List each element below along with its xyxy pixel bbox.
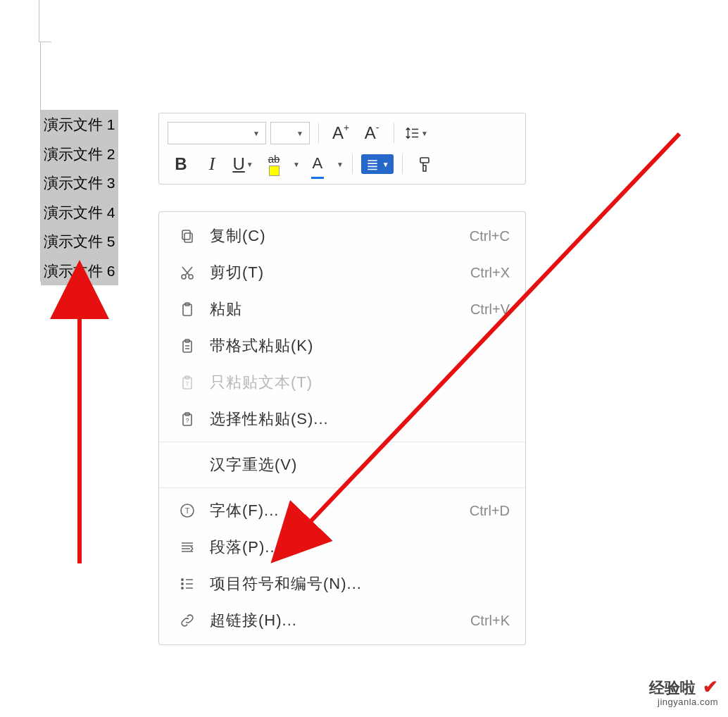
- increase-font-button[interactable]: A+: [327, 120, 354, 146]
- link-icon: [175, 612, 200, 629]
- paste-format-icon: [175, 337, 200, 354]
- font-color-swatch: [311, 177, 324, 179]
- font-color-button[interactable]: A: [304, 151, 331, 177]
- underline-icon: U: [232, 154, 244, 174]
- doc-line[interactable]: 演示文件 5: [41, 227, 118, 256]
- toolbar-separator: [394, 123, 394, 143]
- highlight-icon: ab: [268, 153, 280, 165]
- decrease-font-button[interactable]: A-: [358, 120, 385, 146]
- svg-rect-0: [420, 158, 429, 163]
- font-name-select[interactable]: ▼: [168, 122, 266, 144]
- menu-label: 带格式粘贴(K): [200, 335, 510, 356]
- menu-copy[interactable]: 复制(C) Ctrl+C: [159, 218, 525, 254]
- align-justify-icon: [365, 157, 379, 171]
- menu-shortcut: Ctrl+X: [470, 265, 510, 281]
- doc-line[interactable]: 演示文件 1: [41, 110, 118, 139]
- toolbar-separator: [318, 123, 319, 143]
- bold-button[interactable]: B: [168, 151, 194, 177]
- align-justify-button[interactable]: ▼: [361, 154, 394, 174]
- cut-icon: [175, 264, 200, 281]
- menu-label: 复制(C): [200, 225, 470, 247]
- menu-paste[interactable]: 粘贴 Ctrl+V: [159, 291, 525, 328]
- paste-text-icon: T: [175, 374, 200, 391]
- mini-format-toolbar: ▼ ▼ A+ A- ▼ B I U ▼ ab ▼: [158, 113, 526, 185]
- menu-shortcut: Ctrl+K: [470, 613, 510, 629]
- paste-special-icon: ?: [175, 411, 200, 428]
- check-icon: ✔: [703, 676, 718, 697]
- menu-hyperlink[interactable]: 超链接(H)... Ctrl+K: [159, 602, 525, 639]
- menu-shortcut: Ctrl+V: [470, 301, 510, 318]
- context-menu: 复制(C) Ctrl+C 剪切(T) Ctrl+X 粘贴 Ctrl+V 带格式粘…: [158, 211, 526, 645]
- format-painter-button[interactable]: [411, 151, 438, 177]
- watermark-title: 经验啦: [649, 679, 696, 697]
- underline-button[interactable]: U ▼: [230, 151, 256, 177]
- chevron-down-icon: ▼: [246, 161, 253, 168]
- doc-line[interactable]: 演示文件 4: [41, 198, 118, 227]
- svg-point-19: [182, 587, 183, 589]
- doc-line[interactable]: 演示文件 6: [41, 256, 118, 286]
- paste-icon: [175, 301, 200, 318]
- watermark-url: jingyanla.com: [649, 697, 718, 707]
- menu-separator: [159, 442, 525, 442]
- menu-separator: [159, 487, 525, 488]
- doc-line[interactable]: 演示文件 3: [41, 168, 118, 198]
- chevron-down-icon: ▼: [382, 161, 389, 168]
- svg-rect-2: [182, 230, 190, 239]
- chevron-down-icon: ▼: [253, 130, 260, 137]
- font-size-select[interactable]: ▼: [270, 122, 310, 144]
- chevron-down-icon[interactable]: ▼: [337, 161, 344, 168]
- menu-label: 字体(F)...: [200, 500, 470, 521]
- menu-paste-format[interactable]: 带格式粘贴(K): [159, 328, 525, 364]
- menu-cut[interactable]: 剪切(T) Ctrl+X: [159, 254, 525, 291]
- bullets-icon: [175, 575, 200, 592]
- menu-label: 剪切(T): [200, 262, 470, 283]
- menu-reconvert[interactable]: 汉字重选(V): [159, 447, 525, 483]
- highlight-color-swatch: [269, 166, 280, 176]
- menu-label: 段落(P)...: [200, 537, 510, 558]
- format-painter-icon: [416, 156, 433, 173]
- menu-font[interactable]: T 字体(F)... Ctrl+D: [159, 492, 525, 529]
- menu-label: 粘贴: [200, 299, 470, 320]
- menu-label: 项目符号和编号(N)...: [200, 573, 510, 594]
- menu-bullets-numbering[interactable]: 项目符号和编号(N)...: [159, 566, 525, 602]
- chevron-down-icon[interactable]: ▼: [293, 161, 300, 168]
- menu-label: 汉字重选(V): [200, 454, 510, 475]
- italic-button[interactable]: I: [199, 151, 225, 177]
- svg-rect-1: [184, 233, 192, 242]
- toolbar-separator: [352, 154, 353, 174]
- menu-shortcut: Ctrl+D: [470, 503, 510, 519]
- watermark: 经验啦 ✔ jingyanla.com: [649, 677, 718, 707]
- highlight-button[interactable]: ab: [261, 151, 287, 177]
- svg-text:T: T: [185, 380, 189, 387]
- doc-line[interactable]: 演示文件 2: [41, 139, 118, 169]
- line-spacing-icon: [404, 125, 420, 141]
- svg-text:?: ?: [185, 417, 189, 424]
- paragraph-icon: [175, 539, 200, 556]
- menu-label: 超链接(H)...: [200, 610, 470, 631]
- toolbar-separator: [402, 154, 403, 174]
- menu-label: 选择性粘贴(S)...: [200, 409, 510, 430]
- menu-paste-special[interactable]: ? 选择性粘贴(S)...: [159, 401, 525, 437]
- svg-point-18: [182, 583, 183, 585]
- font-color-icon: A: [313, 154, 323, 173]
- font-icon: T: [175, 502, 200, 519]
- document-selected-text[interactable]: 演示文件 1 演示文件 2 演示文件 3 演示文件 4 演示文件 5 演示文件 …: [41, 110, 118, 285]
- copy-icon: [175, 227, 200, 244]
- menu-paste-text-only: T 只粘贴文本(T): [159, 364, 525, 401]
- menu-paragraph[interactable]: 段落(P)...: [159, 529, 525, 566]
- chevron-down-icon: ▼: [421, 130, 428, 137]
- menu-label: 只粘贴文本(T): [200, 372, 510, 393]
- line-spacing-button[interactable]: ▼: [403, 120, 429, 146]
- menu-shortcut: Ctrl+C: [470, 228, 510, 244]
- svg-text:T: T: [185, 506, 190, 515]
- svg-point-17: [182, 579, 183, 580]
- chevron-down-icon: ▼: [296, 130, 303, 137]
- document-margin-corner: [39, 0, 51, 42]
